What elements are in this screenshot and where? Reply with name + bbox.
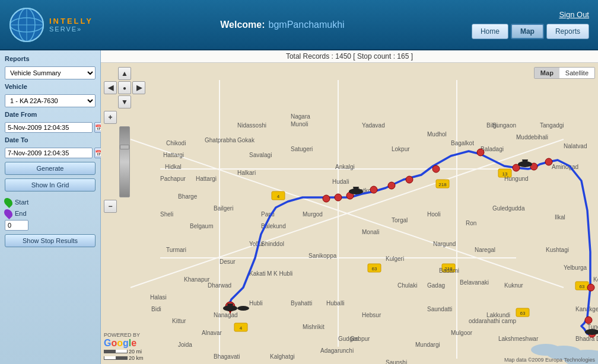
svg-point-131 [432,165,440,173]
reports-button[interactable]: Reports [546,24,589,39]
map-type-buttons: Map Satellite [534,67,595,79]
svg-point-130 [406,176,413,183]
svg-text:Huballi: Huballi [326,300,345,306]
show-grid-button[interactable]: Show In Grid [5,178,96,191]
svg-text:Hebsur: Hebsur [362,312,381,318]
svg-text:Hooli: Hooli [427,211,441,218]
pan-left-button[interactable]: ◀ [104,81,117,94]
scale-bar: 20 mi 20 km [104,349,144,361]
svg-text:Nidassoshi: Nidassoshi [237,122,266,129]
map-button[interactable]: Map [511,24,544,39]
pan-down-button[interactable]: ▼ [118,95,131,108]
stop-count-row [5,220,96,231]
welcome-label: Welcome: [220,20,265,30]
map-svg: 4 218 218 63 13 63 63 4 Chikodi Belgaum … [101,50,598,364]
svg-text:Chulaki: Chulaki [397,282,417,289]
svg-point-136 [587,284,594,291]
date-from-label: Date From [5,111,96,118]
svg-text:Kushtagi: Kushtagi [546,247,569,253]
svg-text:Chikodi: Chikodi [166,140,186,146]
svg-text:Muddebihali: Muddebihali [516,134,548,141]
svg-text:Satugeri: Satugeri [291,146,313,152]
svg-text:Bhagavati: Bhagavati [214,353,240,360]
svg-text:Turmari: Turmari [166,247,186,253]
header: INTELLY SERVE» Welcome: bgmPanchamukhi S… [0,0,598,50]
nav-buttons: Home Map Reports [472,24,589,39]
map-view-button[interactable]: Map [535,68,559,78]
pan-right-button[interactable]: ▶ [132,81,145,94]
svg-text:Bagalkot: Bagalkot [451,140,474,146]
svg-text:Naregal: Naregal [475,247,495,253]
svg-text:Belavanaki: Belavanaki [460,279,489,286]
powered-by-text: POWERED BY [104,332,144,338]
svg-text:Ilkal: Ilkal [555,214,565,221]
zoom-out-button[interactable]: − [104,200,117,213]
main-area: Reports Vehicle Summary Vehicle 1 - KA 2… [0,50,598,364]
svg-point-145 [237,306,249,311]
svg-text:Munoli: Munoli [291,121,308,127]
show-stop-results-button[interactable]: Show Stop Results [5,234,96,247]
svg-text:63: 63 [580,284,585,289]
svg-text:Nanagad: Nanagad [214,312,238,318]
zoom-in-button[interactable]: + [104,111,117,124]
globe-icon [9,7,44,43]
svg-point-125 [323,195,330,202]
svg-text:Kanakgeri: Kanakgeri [575,306,598,312]
map-area[interactable]: Total Records : 1450 [ Stop count : 165 … [101,50,598,364]
date-to-input[interactable] [5,148,93,158]
svg-text:Sanikoppa: Sanikoppa [308,253,337,259]
svg-text:Nalatvad: Nalatvad [564,143,587,149]
svg-text:Hidkal: Hidkal [165,164,182,170]
svg-point-128 [370,186,377,193]
svg-text:Mundargi: Mundargi [415,341,440,348]
stop-count-input[interactable] [5,220,28,231]
svg-text:Kuknur: Kuknur [504,282,523,289]
svg-point-129 [388,182,395,189]
svg-text:Halkari: Halkari [237,170,256,176]
svg-point-149 [531,344,561,356]
svg-text:Badami: Badami [439,267,459,274]
svg-text:Murgod: Murgod [303,211,323,218]
legend-area: Start End [5,197,96,231]
svg-point-137 [585,317,592,324]
pan-up-button[interactable]: ▲ [118,67,131,80]
satellite-view-button[interactable]: Satellite [559,68,594,78]
vehicle-label: Vehicle [5,83,96,90]
svg-text:Yelburga: Yelburga [564,264,587,271]
svg-text:4: 4 [240,325,243,331]
svg-text:Kittur: Kittur [172,318,186,324]
legend-end: End [5,209,96,218]
sign-out-link[interactable]: Sign Out [559,10,589,19]
svg-text:Alnavar: Alnavar [202,330,222,336]
svg-text:Hubli: Hubli [249,300,263,306]
home-button[interactable]: Home [472,24,508,39]
header-center: Welcome: bgmPanchamukhi [220,20,344,30]
svg-text:4: 4 [277,194,280,199]
reports-label: Reports [5,55,96,62]
svg-text:Byahatti: Byahatti [291,300,312,306]
zoom-slider[interactable] [119,126,130,197]
svg-text:63: 63 [520,311,526,316]
svg-text:Joida: Joida [178,341,192,348]
reports-select[interactable]: Vehicle Summary [5,66,96,79]
header-right: Sign Out Home Map Reports [472,10,589,39]
svg-text:Khanapur: Khanapur [184,276,210,283]
scale-20km: 20 km [129,355,144,361]
start-marker-icon [2,196,14,208]
svg-text:M K Hubli: M K Hubli [267,270,292,277]
svg-text:Tangadgi: Tangadgi [540,122,564,129]
google-logo: POWERED BY Google 20 mi 20 km [104,332,144,361]
pan-center-button[interactable]: ● [118,81,131,94]
svg-text:Ron: Ron [466,220,476,226]
date-to-row: 📅 [5,148,96,158]
svg-text:Mudhol: Mudhol [427,131,447,138]
svg-text:218: 218 [438,182,447,187]
vehicle-select[interactable]: 1 - KA 22A-7630 [5,94,96,107]
generate-button[interactable]: Generate [5,162,96,175]
svg-text:Kalghatgi: Kalghatgi [270,353,295,360]
date-from-input[interactable] [5,122,93,133]
map-controls: ▲ ◀ ● ▶ ▼ + − [104,67,145,213]
svg-text:Belgaum: Belgaum [190,223,213,229]
svg-text:Hattargi: Hattargi [196,175,217,182]
welcome-username: bgmPanchamukhi [269,20,345,30]
